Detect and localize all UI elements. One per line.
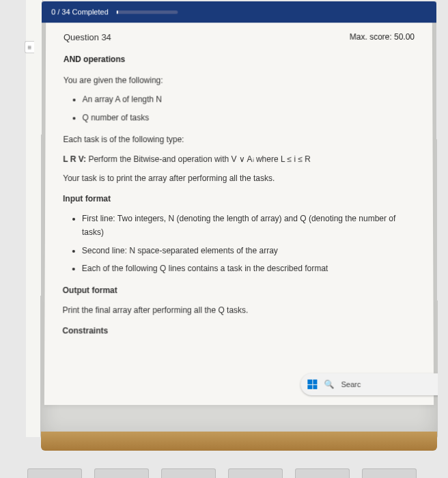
intro-text: You are given the following: <box>64 74 415 87</box>
list-item: An array A of length N <box>83 93 415 107</box>
task-line: L R V: Perform the Bitwise-and operation… <box>63 152 415 166</box>
windows-start-icon[interactable] <box>307 380 317 389</box>
givens-list: An array A of length N Q number of tasks <box>64 93 415 125</box>
given-1: Q number of tasks <box>82 113 149 122</box>
list-item: Q number of tasks <box>82 111 415 124</box>
thumbnail[interactable] <box>362 468 417 478</box>
input-format-list: First line: Two integers, N (denoting th… <box>63 212 416 276</box>
progress-fill <box>117 10 118 14</box>
task-prefix: L R V: <box>63 154 86 164</box>
taskbar-search-label[interactable]: Searc <box>341 380 361 389</box>
output-text: Print the final array after performing a… <box>62 303 415 317</box>
question-number: Question 34 <box>64 32 111 42</box>
screen-frame: 0 / 34 Completed Question 34 Max. score:… <box>40 1 438 438</box>
list-item: Each of the following Q lines contains a… <box>82 262 416 275</box>
task-type-lead: Each task is of the following type: <box>63 132 415 146</box>
windows-taskbar[interactable]: 🔍 Searc <box>300 374 438 395</box>
quiz-progress-bar: 0 / 34 Completed <box>42 1 436 23</box>
question-header: Question 34 Max. score: 50.00 <box>64 32 415 51</box>
given-0: An array A of length N <box>83 95 162 104</box>
input-format-heading: Input format <box>63 192 415 206</box>
list-item: First line: Two integers, N (denoting th… <box>82 212 415 240</box>
question-title: AND operations <box>64 55 415 64</box>
laptop-hinge <box>41 432 437 451</box>
task-body: Perform the Bitwise-and operation with V… <box>88 154 310 164</box>
list-item: Second line: N space-separated elements … <box>82 244 415 257</box>
thumbnail[interactable] <box>228 468 283 478</box>
thumbnail-strip <box>27 458 437 478</box>
progress-track <box>117 10 178 14</box>
goal-text: Your task is to print the array after pe… <box>63 171 415 185</box>
thumbnail[interactable] <box>94 468 149 478</box>
max-score: Max. score: 50.00 <box>350 32 415 42</box>
progress-text: 0 / 34 Completed <box>51 8 108 16</box>
thumbnail[interactable] <box>295 468 350 478</box>
question-body: You are given the following: An array A … <box>62 74 415 338</box>
constraints-heading: Constraints <box>62 324 415 337</box>
side-collapse-tab[interactable]: ≡ <box>25 41 34 53</box>
thumbnail[interactable] <box>27 468 82 478</box>
question-panel: Question 34 Max. score: 50.00 AND operat… <box>44 23 434 405</box>
output-format-heading: Output format <box>63 283 416 297</box>
thumbnail[interactable] <box>161 468 216 478</box>
search-icon[interactable]: 🔍 <box>324 380 334 389</box>
